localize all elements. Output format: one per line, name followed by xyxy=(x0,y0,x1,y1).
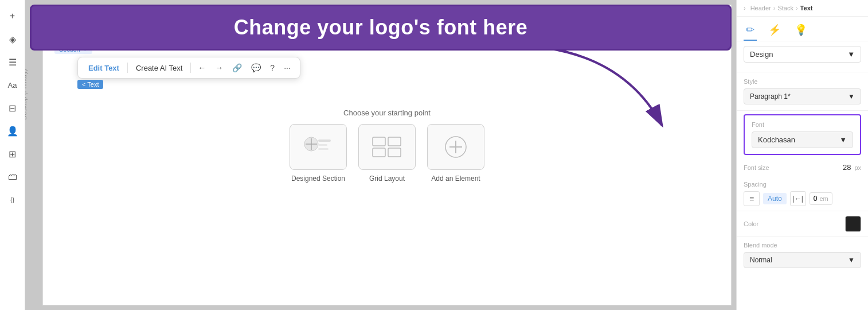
blend-mode-arrow: ▼ xyxy=(848,256,855,264)
svg-rect-12 xyxy=(373,148,385,157)
line-height-icon[interactable]: ≡ xyxy=(744,191,760,206)
style-value: Paragraph 1* xyxy=(750,92,791,100)
section-selector: Choose your starting point xyxy=(290,108,484,183)
layers-icon[interactable]: ◈ xyxy=(2,29,23,49)
apps-icon[interactable]: ⊞ xyxy=(2,144,23,164)
tutorial-title: Change your logo's font here xyxy=(45,16,716,40)
font-size-row: Font size 28 px xyxy=(737,158,868,176)
font-size-value-container: 28 px xyxy=(843,163,861,172)
code-icon[interactable]: {} xyxy=(2,189,23,210)
pages-icon[interactable]: ☰ xyxy=(2,52,23,72)
spacing-row: ≡ Auto |←| 0 em xyxy=(744,191,861,206)
panel-scroll: Design ▼ Style Paragraph 1* ▼ Font Kodch… xyxy=(737,41,868,310)
design-dropdown-label: Design xyxy=(750,50,773,59)
desktop-label: Desktop (Primary) xyxy=(25,69,28,120)
breadcrumb-sep-2: › xyxy=(796,5,798,11)
color-label: Color xyxy=(744,220,758,227)
designed-section-box xyxy=(290,124,347,170)
font-size-number[interactable]: 28 xyxy=(843,163,851,172)
designed-section-option[interactable]: Designed Section xyxy=(290,124,347,183)
svg-rect-10 xyxy=(373,137,385,146)
svg-rect-9 xyxy=(318,148,329,150)
breadcrumb-stack: Stack xyxy=(777,5,793,11)
blend-mode-section: Blend mode Normal ▼ xyxy=(737,237,868,273)
section-options: Designed Section Grid Layout xyxy=(290,124,484,183)
spacing-unit: em xyxy=(819,195,828,202)
interaction-tab[interactable]: ⚡ xyxy=(766,20,783,41)
color-swatch[interactable] xyxy=(845,216,861,232)
edit-toolbar: Edit Text Create AI Text ← → 🔗 💬 ? ··· xyxy=(77,57,300,79)
designed-section-label: Designed Section xyxy=(291,175,345,183)
blend-mode-dropdown[interactable]: Normal ▼ xyxy=(744,252,861,268)
edit-text-button[interactable]: Edit Text xyxy=(85,61,123,75)
tutorial-banner: Change your logo's font here xyxy=(30,5,732,51)
left-sidebar: + ◈ ☰ Aa ⊟ 👤 ⊞ 🗃 {} xyxy=(0,0,25,310)
grid-layout-option[interactable]: Grid Layout xyxy=(358,124,416,183)
color-row: Color xyxy=(737,211,868,237)
add-icon[interactable]: + xyxy=(2,6,23,26)
blend-mode-label: Blend mode xyxy=(744,242,861,249)
right-panel: › Header › Stack › Text ✏ ⚡ 💡 Design ▼ S… xyxy=(736,0,868,310)
panel-tabs: ✏ ⚡ 💡 xyxy=(737,17,868,41)
font-section-label: Font xyxy=(752,121,853,128)
design-dropdown[interactable]: Design ▼ xyxy=(744,46,861,63)
text-badge: < Text xyxy=(77,80,103,89)
design-dropdown-arrow: ▼ xyxy=(847,50,855,59)
divider-1 xyxy=(127,63,128,73)
back-icon[interactable]: ← xyxy=(196,61,208,75)
svg-rect-7 xyxy=(318,140,331,142)
data-icon[interactable]: 🗃 xyxy=(2,166,23,187)
people-icon[interactable]: 👤 xyxy=(2,121,23,141)
more-icon[interactable]: ··· xyxy=(281,61,293,75)
style-section: Style Paragraph 1* ▼ xyxy=(737,72,868,111)
svg-rect-8 xyxy=(318,144,327,146)
settings-tab[interactable]: 💡 xyxy=(792,20,810,41)
style-section-label: Style xyxy=(744,78,861,85)
font-dropdown[interactable]: Kodchasan ▼ xyxy=(752,131,853,148)
link-icon[interactable]: 🔗 xyxy=(230,61,244,75)
spacing-auto[interactable]: Auto xyxy=(763,193,787,204)
svg-rect-11 xyxy=(388,137,401,146)
grid-layout-label: Grid Layout xyxy=(369,175,405,183)
typography-icon[interactable]: Aa xyxy=(2,75,23,95)
forward-icon[interactable]: → xyxy=(213,61,225,75)
breadcrumb: › Header › Stack › Text xyxy=(737,0,868,17)
grid-layout-box xyxy=(358,124,416,170)
breadcrumb-sep-1: › xyxy=(773,5,776,11)
spacing-section: Spacing ≡ Auto |←| 0 em xyxy=(737,176,868,211)
breadcrumb-text: Text xyxy=(800,5,813,11)
divider-2 xyxy=(190,63,191,73)
style-dropdown[interactable]: Paragraph 1* ▼ xyxy=(744,88,861,104)
media-icon[interactable]: ⊟ xyxy=(2,98,23,118)
add-element-option[interactable]: Add an Element xyxy=(427,124,484,183)
spacing-input[interactable]: 0 em xyxy=(810,192,832,205)
create-ai-text-button[interactable]: Create AI Text xyxy=(132,61,186,75)
comment-icon[interactable]: 💬 xyxy=(249,61,263,75)
svg-rect-13 xyxy=(388,148,401,157)
letter-spacing-icon[interactable]: |←| xyxy=(790,191,806,206)
design-tab[interactable]: ✏ xyxy=(744,20,757,41)
section-selector-label: Choose your starting point xyxy=(343,108,431,117)
font-size-label: Font size xyxy=(744,164,769,171)
blend-mode-value: Normal xyxy=(750,256,772,264)
main-area: Change your logo's font here Desktop (Pr… xyxy=(25,0,736,310)
spacing-value: 0 xyxy=(814,195,818,203)
add-element-label: Add an Element xyxy=(431,175,480,183)
font-arrow: ▼ xyxy=(839,135,847,144)
font-value: Kodchasan xyxy=(758,135,795,144)
font-size-unit: px xyxy=(854,164,861,171)
spacing-label: Spacing xyxy=(744,181,861,188)
breadcrumb-expand[interactable]: › xyxy=(744,5,746,11)
breadcrumb-header: Header xyxy=(750,5,771,11)
add-element-box xyxy=(427,124,484,170)
font-section: Font Kodchasan ▼ xyxy=(744,114,861,155)
style-arrow: ▼ xyxy=(848,92,855,100)
help-icon[interactable]: ? xyxy=(268,61,277,75)
